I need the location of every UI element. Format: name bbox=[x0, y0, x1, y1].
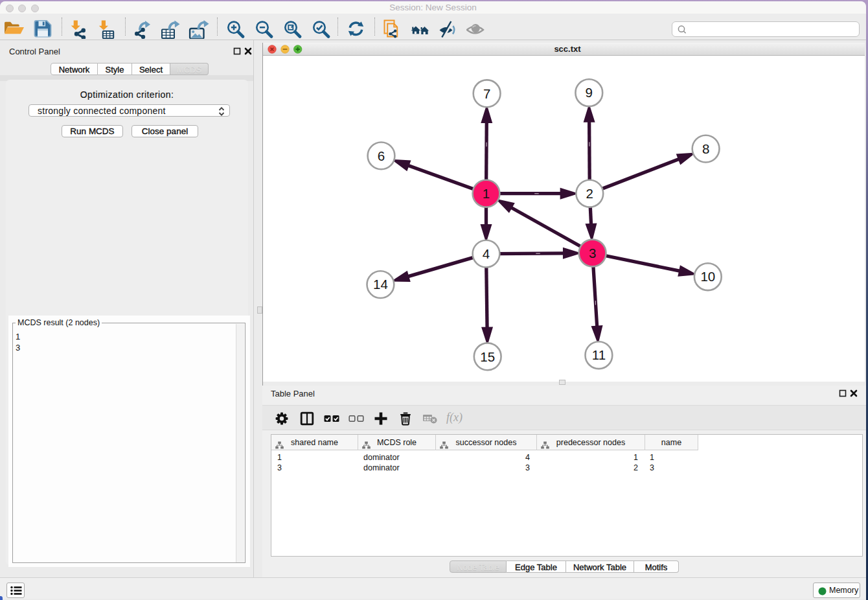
svg-text:15: 15 bbox=[480, 349, 495, 364]
svg-text:11: 11 bbox=[592, 347, 606, 362]
svg-text:7: 7 bbox=[483, 86, 490, 101]
svg-text:10: 10 bbox=[700, 269, 715, 284]
svg-text:8: 8 bbox=[702, 141, 709, 156]
svg-text:14: 14 bbox=[373, 277, 388, 292]
svg-text:6: 6 bbox=[378, 148, 385, 163]
svg-text:2: 2 bbox=[586, 186, 593, 201]
svg-text:9: 9 bbox=[586, 85, 593, 100]
svg-text:4: 4 bbox=[483, 246, 490, 261]
svg-text:3: 3 bbox=[589, 246, 596, 260]
svg-text:1: 1 bbox=[483, 186, 490, 201]
